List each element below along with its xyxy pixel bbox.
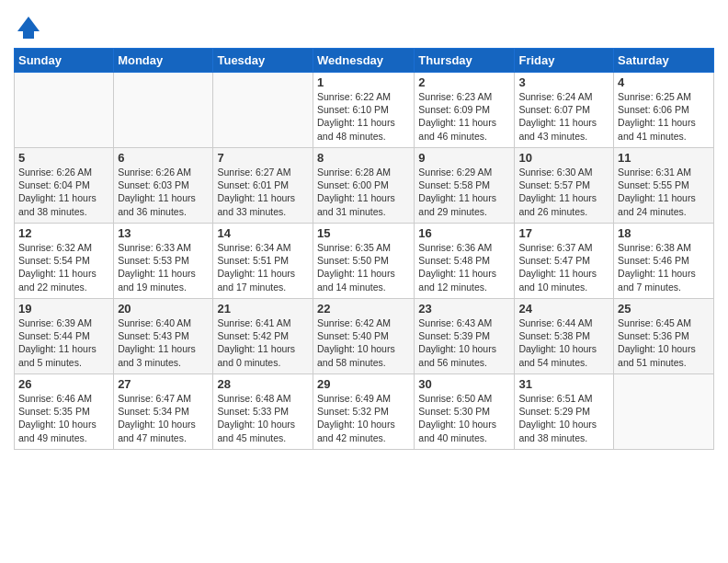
day-number: 3: [518, 75, 609, 89]
day-info: Sunrise: 6:25 AM Sunset: 6:06 PM Dayligh…: [618, 90, 710, 143]
calendar-cell: 27Sunrise: 6:47 AM Sunset: 5:34 PM Dayli…: [114, 374, 213, 450]
day-info: Sunrise: 6:38 AM Sunset: 5:46 PM Dayligh…: [618, 241, 710, 293]
day-number: 5: [18, 151, 109, 165]
calendar-cell: 20Sunrise: 6:40 AM Sunset: 5:43 PM Dayli…: [114, 299, 213, 374]
calendar-cell: 10Sunrise: 6:30 AM Sunset: 5:57 PM Dayli…: [515, 148, 614, 224]
day-info: Sunrise: 6:47 AM Sunset: 5:34 PM Dayligh…: [118, 392, 209, 444]
calendar-cell: 31Sunrise: 6:51 AM Sunset: 5:29 PM Dayli…: [515, 374, 614, 450]
day-number: 20: [118, 302, 209, 316]
calendar-cell: 14Sunrise: 6:34 AM Sunset: 5:51 PM Dayli…: [213, 224, 313, 299]
week-row-1: 1Sunrise: 6:22 AM Sunset: 6:10 PM Daylig…: [15, 73, 714, 148]
day-number: 30: [418, 377, 510, 391]
page: SundayMondayTuesdayWednesdayThursdayFrid…: [0, 0, 728, 563]
day-number: 24: [518, 302, 609, 316]
day-info: Sunrise: 6:24 AM Sunset: 6:07 PM Dayligh…: [518, 90, 609, 143]
calendar-cell: 24Sunrise: 6:44 AM Sunset: 5:38 PM Dayli…: [515, 299, 614, 374]
day-number: 9: [418, 151, 510, 165]
day-number: 1: [317, 75, 410, 89]
weekday-header-sunday: Sunday: [15, 49, 114, 73]
day-info: Sunrise: 6:29 AM Sunset: 5:58 PM Dayligh…: [418, 166, 510, 218]
logo-icon: [14, 13, 43, 42]
week-row-2: 5Sunrise: 6:26 AM Sunset: 6:04 PM Daylig…: [15, 148, 714, 224]
day-number: 23: [418, 302, 510, 316]
weekday-header-tuesday: Tuesday: [213, 49, 313, 73]
day-info: Sunrise: 6:50 AM Sunset: 5:30 PM Dayligh…: [418, 392, 510, 444]
calendar-cell: 8Sunrise: 6:28 AM Sunset: 6:00 PM Daylig…: [313, 148, 415, 224]
day-number: 11: [618, 151, 710, 165]
day-number: 29: [317, 377, 410, 391]
day-info: Sunrise: 6:35 AM Sunset: 5:50 PM Dayligh…: [317, 241, 410, 293]
calendar-cell: 23Sunrise: 6:43 AM Sunset: 5:39 PM Dayli…: [415, 299, 515, 374]
day-number: 4: [618, 75, 710, 89]
day-number: 15: [317, 226, 410, 240]
day-info: Sunrise: 6:26 AM Sunset: 6:04 PM Dayligh…: [18, 166, 109, 218]
day-info: Sunrise: 6:42 AM Sunset: 5:40 PM Dayligh…: [317, 316, 410, 369]
day-info: Sunrise: 6:49 AM Sunset: 5:32 PM Dayligh…: [317, 392, 410, 444]
day-info: Sunrise: 6:44 AM Sunset: 5:38 PM Dayligh…: [518, 316, 609, 369]
calendar-cell: 25Sunrise: 6:45 AM Sunset: 5:36 PM Dayli…: [614, 299, 714, 374]
day-info: Sunrise: 6:31 AM Sunset: 5:55 PM Dayligh…: [618, 166, 710, 218]
day-info: Sunrise: 6:34 AM Sunset: 5:51 PM Dayligh…: [217, 241, 309, 293]
day-number: 7: [217, 151, 309, 165]
calendar-cell: 29Sunrise: 6:49 AM Sunset: 5:32 PM Dayli…: [313, 374, 415, 450]
day-info: Sunrise: 6:45 AM Sunset: 5:36 PM Dayligh…: [618, 316, 710, 369]
calendar-cell: 9Sunrise: 6:29 AM Sunset: 5:58 PM Daylig…: [415, 148, 515, 224]
week-row-3: 12Sunrise: 6:32 AM Sunset: 5:54 PM Dayli…: [15, 224, 714, 299]
calendar-cell: 15Sunrise: 6:35 AM Sunset: 5:50 PM Dayli…: [313, 224, 415, 299]
day-info: Sunrise: 6:37 AM Sunset: 5:47 PM Dayligh…: [518, 241, 609, 293]
day-number: 18: [618, 226, 710, 240]
week-row-4: 19Sunrise: 6:39 AM Sunset: 5:44 PM Dayli…: [15, 299, 714, 374]
calendar-cell: 12Sunrise: 6:32 AM Sunset: 5:54 PM Dayli…: [15, 224, 114, 299]
calendar: SundayMondayTuesdayWednesdayThursdayFrid…: [14, 48, 714, 450]
day-info: Sunrise: 6:39 AM Sunset: 5:44 PM Dayligh…: [18, 316, 109, 369]
calendar-cell: 1Sunrise: 6:22 AM Sunset: 6:10 PM Daylig…: [313, 73, 415, 148]
day-number: 28: [217, 377, 309, 391]
calendar-cell: 22Sunrise: 6:42 AM Sunset: 5:40 PM Dayli…: [313, 299, 415, 374]
weekday-header-wednesday: Wednesday: [313, 49, 415, 73]
day-number: 31: [518, 377, 609, 391]
day-info: Sunrise: 6:27 AM Sunset: 6:01 PM Dayligh…: [217, 166, 309, 218]
weekday-header-monday: Monday: [114, 49, 213, 73]
calendar-cell: [213, 73, 313, 148]
calendar-cell: [114, 73, 213, 148]
weekday-header-row: SundayMondayTuesdayWednesdayThursdayFrid…: [15, 49, 714, 73]
calendar-cell: 28Sunrise: 6:48 AM Sunset: 5:33 PM Dayli…: [213, 374, 313, 450]
day-info: Sunrise: 6:26 AM Sunset: 6:03 PM Dayligh…: [118, 166, 209, 218]
day-number: 26: [18, 377, 109, 391]
calendar-cell: 3Sunrise: 6:24 AM Sunset: 6:07 PM Daylig…: [515, 73, 614, 148]
weekday-header-friday: Friday: [515, 49, 614, 73]
day-number: 12: [18, 226, 109, 240]
calendar-cell: 16Sunrise: 6:36 AM Sunset: 5:48 PM Dayli…: [415, 224, 515, 299]
calendar-cell: 5Sunrise: 6:26 AM Sunset: 6:04 PM Daylig…: [15, 148, 114, 224]
day-number: 13: [118, 226, 209, 240]
day-info: Sunrise: 6:41 AM Sunset: 5:42 PM Dayligh…: [217, 316, 309, 369]
calendar-cell: 17Sunrise: 6:37 AM Sunset: 5:47 PM Dayli…: [515, 224, 614, 299]
calendar-cell: 7Sunrise: 6:27 AM Sunset: 6:01 PM Daylig…: [213, 148, 313, 224]
day-info: Sunrise: 6:23 AM Sunset: 6:09 PM Dayligh…: [418, 90, 510, 143]
day-number: 19: [18, 302, 109, 316]
calendar-cell: 4Sunrise: 6:25 AM Sunset: 6:06 PM Daylig…: [614, 73, 714, 148]
day-info: Sunrise: 6:48 AM Sunset: 5:33 PM Dayligh…: [217, 392, 309, 444]
day-info: Sunrise: 6:36 AM Sunset: 5:48 PM Dayligh…: [418, 241, 510, 293]
calendar-cell: 26Sunrise: 6:46 AM Sunset: 5:35 PM Dayli…: [15, 374, 114, 450]
day-info: Sunrise: 6:43 AM Sunset: 5:39 PM Dayligh…: [418, 316, 510, 369]
weekday-header-thursday: Thursday: [415, 49, 515, 73]
logo: [14, 13, 47, 42]
week-row-5: 26Sunrise: 6:46 AM Sunset: 5:35 PM Dayli…: [15, 374, 714, 450]
calendar-cell: 11Sunrise: 6:31 AM Sunset: 5:55 PM Dayli…: [614, 148, 714, 224]
weekday-header-saturday: Saturday: [614, 49, 714, 73]
svg-rect-1: [23, 31, 34, 39]
day-number: 6: [118, 151, 209, 165]
header: [14, 9, 714, 42]
calendar-cell: 30Sunrise: 6:50 AM Sunset: 5:30 PM Dayli…: [415, 374, 515, 450]
calendar-cell: 18Sunrise: 6:38 AM Sunset: 5:46 PM Dayli…: [614, 224, 714, 299]
day-info: Sunrise: 6:40 AM Sunset: 5:43 PM Dayligh…: [118, 316, 209, 369]
calendar-cell: [15, 73, 114, 148]
calendar-cell: 2Sunrise: 6:23 AM Sunset: 6:09 PM Daylig…: [415, 73, 515, 148]
day-number: 25: [618, 302, 710, 316]
calendar-cell: 21Sunrise: 6:41 AM Sunset: 5:42 PM Dayli…: [213, 299, 313, 374]
day-number: 21: [217, 302, 309, 316]
calendar-cell: 19Sunrise: 6:39 AM Sunset: 5:44 PM Dayli…: [15, 299, 114, 374]
day-info: Sunrise: 6:22 AM Sunset: 6:10 PM Dayligh…: [317, 90, 410, 143]
day-info: Sunrise: 6:51 AM Sunset: 5:29 PM Dayligh…: [518, 392, 609, 444]
